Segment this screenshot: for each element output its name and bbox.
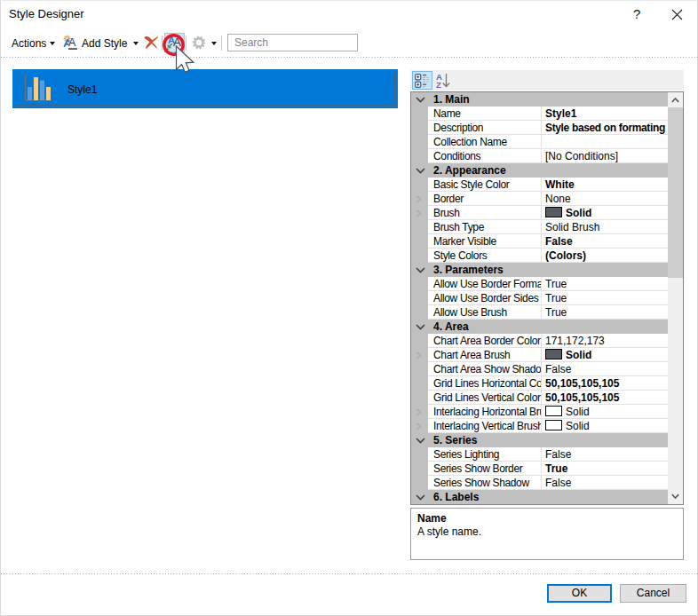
svg-text:A: A bbox=[68, 36, 76, 49]
